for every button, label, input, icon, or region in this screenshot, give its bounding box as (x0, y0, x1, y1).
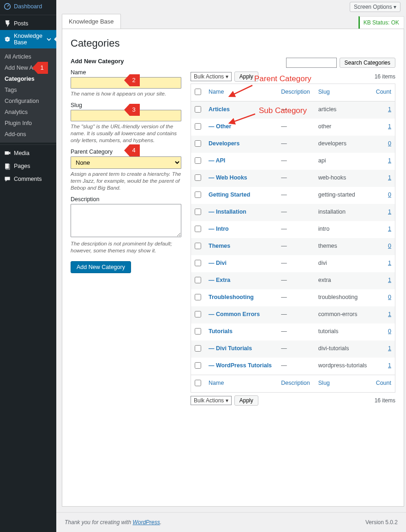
row-count-link[interactable]: 0 (388, 191, 391, 198)
slug-desc: The "slug" is the URL-friendly version o… (71, 123, 181, 144)
row-checkbox[interactable] (195, 277, 201, 283)
row-slug: web-hooks (315, 170, 372, 187)
row-name-link[interactable]: Tutorials (209, 328, 233, 335)
col-count-foot[interactable]: Count (372, 375, 395, 393)
row-count-link[interactable]: 1 (388, 106, 391, 113)
row-count-link[interactable]: 1 (388, 362, 391, 369)
parent-select[interactable]: None (71, 156, 181, 169)
submenu-tags[interactable]: Tags (0, 84, 56, 96)
row-checkbox[interactable] (195, 362, 201, 369)
annotation-sub: Sub Category (259, 106, 307, 115)
row-checkbox[interactable] (195, 174, 201, 181)
submenu-plugin-info[interactable]: Plugin Info (0, 118, 56, 129)
row-name-link[interactable]: — Intro (209, 226, 229, 232)
table-row: Getting Started—getting-started0 (191, 187, 395, 204)
row-name-link[interactable]: — WordPress Tutorials (209, 362, 272, 369)
col-slug[interactable]: Slug (315, 84, 372, 102)
row-checkbox[interactable] (195, 191, 201, 198)
row-checkbox[interactable] (195, 260, 201, 266)
parent-desc: Assign a parent term to create a hierarc… (71, 171, 181, 191)
row-desc: — (277, 238, 315, 255)
row-name-link[interactable]: — Installation (209, 209, 246, 215)
sidebar-item-pages[interactable]: Pages (0, 160, 56, 173)
row-checkbox[interactable] (195, 294, 201, 300)
row-checkbox[interactable] (195, 140, 201, 147)
row-name-link[interactable]: — Divi Tutorials (209, 345, 252, 352)
col-desc-foot[interactable]: Description (277, 375, 315, 393)
dashboard-icon (4, 3, 11, 10)
row-checkbox[interactable] (195, 226, 201, 232)
table-row: — Intro—intro1 (191, 221, 395, 238)
row-count-link[interactable]: 1 (388, 277, 391, 283)
tab-knowledge-base[interactable]: Knowledge Base (62, 14, 121, 29)
row-name-link[interactable]: Articles (209, 106, 230, 113)
add-category-button[interactable]: Add New Category (71, 261, 131, 273)
col-name-foot[interactable]: Name (205, 375, 277, 393)
form-heading: Add New Category (71, 58, 181, 65)
submenu-configuration[interactable]: Configuration (0, 96, 56, 107)
col-count[interactable]: Count (372, 84, 395, 102)
row-name-link[interactable]: — Web Hooks (209, 174, 247, 181)
row-name-link[interactable]: Developers (209, 140, 239, 147)
row-checkbox[interactable] (195, 123, 201, 130)
row-count-link[interactable]: 1 (388, 174, 391, 181)
row-count-link[interactable]: 1 (388, 311, 391, 317)
table-row: — Installation—installation1 (191, 204, 395, 221)
row-count-link[interactable]: 1 (388, 157, 391, 164)
apply-button-bottom[interactable]: Apply (234, 395, 258, 406)
row-checkbox[interactable] (195, 311, 201, 317)
row-count-link[interactable]: 1 (388, 226, 391, 232)
description-input[interactable] (71, 204, 181, 237)
row-checkbox[interactable] (195, 209, 201, 215)
select-all-checkbox-foot[interactable] (195, 380, 201, 386)
submenu-addons[interactable]: Add-ons (0, 129, 56, 140)
submenu-analytics[interactable]: Analytics (0, 107, 56, 118)
row-count-link[interactable]: 0 (388, 294, 391, 300)
row-checkbox[interactable] (195, 243, 201, 249)
row-count-link[interactable]: 0 (388, 140, 391, 147)
col-desc[interactable]: Description (277, 84, 315, 102)
row-checkbox[interactable] (195, 345, 201, 352)
screen-options-button[interactable]: Screen Options ▾ (350, 2, 400, 12)
content-area: Screen Options ▾ Knowledge Base KB Statu… (56, 0, 406, 532)
row-count-link[interactable]: 0 (388, 328, 391, 335)
table-row: — Other—other1 (191, 119, 395, 136)
row-checkbox[interactable] (195, 328, 201, 335)
sidebar-item-media[interactable]: Media (0, 147, 56, 160)
sidebar-item-dashboard[interactable]: Dashboard (0, 0, 56, 13)
row-count-link[interactable]: 1 (388, 260, 391, 266)
col-slug-foot[interactable]: Slug (315, 375, 372, 393)
page-icon (4, 162, 11, 170)
row-slug: getting-started (315, 187, 372, 204)
select-all-checkbox[interactable] (195, 89, 201, 95)
bulk-actions-select-bottom[interactable]: Bulk Actions ▾ (191, 396, 232, 405)
row-checkbox[interactable] (195, 106, 201, 113)
row-count-link[interactable]: 1 (388, 209, 391, 215)
admin-footer: Thank you for creating with WordPress. V… (56, 512, 406, 532)
row-name-link[interactable]: — Extra (209, 277, 230, 283)
bulk-actions-select[interactable]: Bulk Actions ▾ (191, 72, 232, 81)
row-count-link[interactable]: 1 (388, 123, 391, 130)
sidebar-item-posts[interactable]: Posts (0, 17, 56, 30)
row-name-link[interactable]: — Divi (209, 260, 227, 266)
row-checkbox[interactable] (195, 157, 201, 164)
row-name-link[interactable]: — API (209, 157, 225, 164)
row-name-link[interactable]: Troubleshooting (209, 294, 254, 300)
footer-wp-link[interactable]: WordPress (132, 519, 160, 526)
submenu-all-articles[interactable]: All Articles (0, 51, 56, 62)
submenu-categories[interactable]: Categories (0, 73, 56, 84)
row-count-link[interactable]: 0 (388, 243, 391, 249)
search-button[interactable]: Search Categories (340, 58, 395, 68)
media-icon (4, 149, 11, 157)
search-input[interactable] (286, 58, 337, 68)
sidebar-item-comments[interactable]: Comments (0, 173, 56, 185)
row-name-link[interactable]: Getting Started (209, 191, 250, 198)
row-slug: extra (315, 272, 372, 289)
row-count-link[interactable]: 1 (388, 345, 391, 352)
table-row: — Web Hooks—web-hooks1 (191, 170, 395, 187)
sidebar-item-kb[interactable]: Knowledge Base (0, 30, 56, 48)
annotation-pin-3: 3 (124, 104, 140, 116)
row-name-link[interactable]: Themes (209, 243, 230, 249)
table-row: — Common Errors—common-errors1 (191, 306, 395, 323)
row-name-link[interactable]: — Common Errors (209, 311, 260, 317)
